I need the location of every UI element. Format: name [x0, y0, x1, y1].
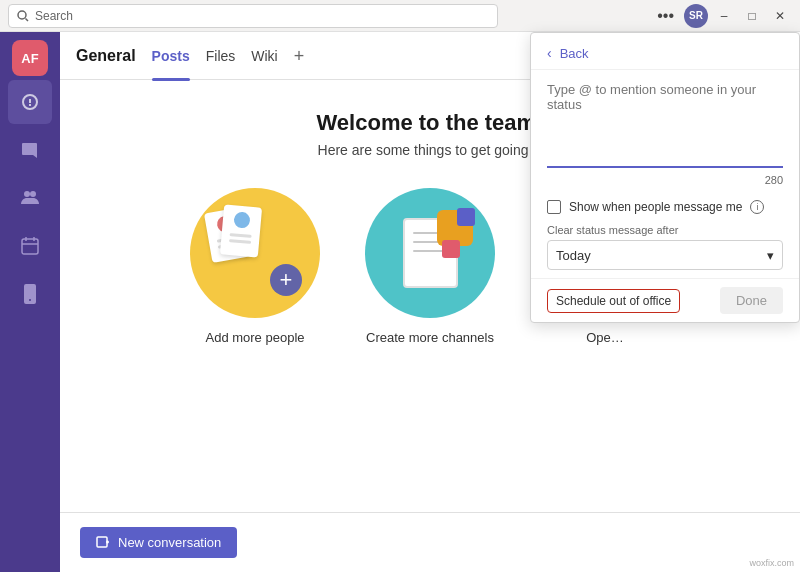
titlebar: Search ••• SR – □ ✕ [0, 0, 800, 32]
create-channels-card[interactable]: Create more channels [353, 188, 508, 345]
user-avatar[interactable]: SR [684, 4, 708, 28]
compose-icon [96, 536, 110, 550]
svg-rect-8 [97, 537, 107, 547]
welcome-subtitle: Here are some things to get going… [318, 142, 543, 158]
maximize-button[interactable]: □ [740, 4, 764, 28]
search-placeholder: Search [35, 9, 73, 23]
minimize-button[interactable]: – [712, 4, 736, 28]
chevron-down-icon: ▾ [767, 248, 774, 263]
watermark: woxfix.com [749, 558, 794, 568]
dropdown-value: Today [556, 248, 591, 263]
status-input[interactable] [547, 78, 783, 168]
status-panel-header: ‹ Back [531, 33, 799, 70]
create-channels-illustration [365, 188, 495, 318]
sidebar-icon-calls[interactable] [8, 272, 52, 316]
plus-icon: + [270, 264, 302, 296]
add-people-label: Add more people [205, 330, 304, 345]
third-card-label: Ope… [586, 330, 624, 345]
bottom-bar: New conversation [60, 512, 800, 572]
sidebar-icon-activity[interactable] [8, 80, 52, 124]
add-tab-button[interactable]: + [294, 47, 305, 65]
svg-point-3 [30, 191, 36, 197]
show-when-row: Show when people message me i [531, 194, 799, 220]
clear-after-dropdown[interactable]: Today ▾ [547, 240, 783, 270]
more-options-button[interactable]: ••• [651, 7, 680, 25]
svg-line-1 [26, 18, 29, 21]
add-people-card[interactable]: + Add more people [178, 188, 333, 345]
sidebar-icon-teams[interactable] [8, 176, 52, 220]
clear-after-section: Clear status message after Today ▾ [531, 220, 799, 278]
new-conversation-label: New conversation [118, 535, 221, 550]
back-chevron-icon: ‹ [547, 45, 552, 61]
status-panel-footer: Schedule out of office Done [531, 278, 799, 322]
search-icon [17, 10, 29, 22]
welcome-title: Welcome to the team! [317, 110, 544, 136]
search-bar[interactable]: Search [8, 4, 498, 28]
add-people-illustration: + [190, 188, 320, 318]
status-panel: ‹ Back 280 Show when people message me i… [530, 32, 800, 323]
new-conversation-button[interactable]: New conversation [80, 527, 237, 558]
titlebar-actions: ••• SR – □ ✕ [651, 4, 792, 28]
show-when-label: Show when people message me [569, 200, 742, 214]
svg-point-0 [18, 11, 26, 19]
sidebar: AF [0, 32, 60, 572]
status-input-area: 280 [531, 70, 799, 194]
close-button[interactable]: ✕ [768, 4, 792, 28]
char-count: 280 [547, 172, 783, 194]
tab-posts[interactable]: Posts [152, 44, 190, 68]
tab-wiki[interactable]: Wiki [251, 44, 277, 68]
svg-point-2 [24, 191, 30, 197]
sidebar-icon-calendar[interactable] [8, 224, 52, 268]
schedule-out-of-office-button[interactable]: Schedule out of office [547, 289, 680, 313]
team-icon[interactable]: AF [12, 40, 48, 76]
back-button[interactable]: Back [560, 46, 589, 61]
show-when-checkbox[interactable] [547, 200, 561, 214]
create-channels-label: Create more channels [366, 330, 494, 345]
channel-name: General [76, 47, 136, 65]
svg-rect-4 [22, 239, 38, 254]
sidebar-icon-chat[interactable] [8, 128, 52, 172]
info-icon[interactable]: i [750, 200, 764, 214]
done-button[interactable]: Done [720, 287, 783, 314]
channel-tabs: Posts Files Wiki + [152, 44, 305, 68]
tab-files[interactable]: Files [206, 44, 236, 68]
clear-after-label: Clear status message after [547, 224, 783, 236]
